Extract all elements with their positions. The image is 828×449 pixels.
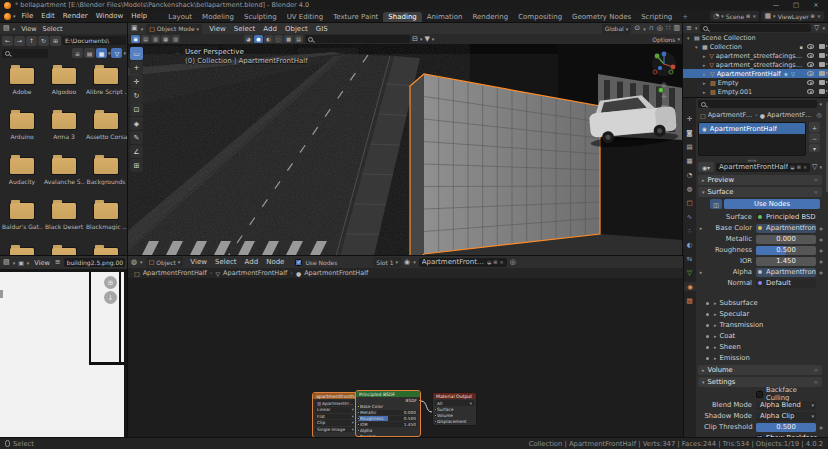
disable-in-renders-camera-icon[interactable]	[819, 53, 825, 58]
folder-item[interactable]: Baldur's Gat...	[1, 198, 43, 243]
menu-view[interactable]: View	[186, 257, 211, 267]
folder-item[interactable]: Arduino	[1, 108, 43, 153]
thumbnail-display-button[interactable]: ▦	[96, 48, 107, 58]
mode-selector[interactable]: □ Object Mode ▾	[146, 24, 202, 34]
properties-tab-modifiers[interactable]: ∿	[683, 212, 696, 221]
backface-culling-checkbox[interactable]: Backface Culling	[756, 386, 818, 402]
search-input[interactable]	[2, 49, 48, 58]
menu-select[interactable]: Select	[211, 257, 241, 267]
folder-item[interactable]: Backgrounds	[85, 153, 127, 198]
properties-tab-constraints[interactable]: ⇆	[683, 254, 696, 263]
base-color-input[interactable]: Apartmentfronthalf.p...	[756, 224, 816, 233]
blender-menu-icon[interactable]	[4, 13, 11, 20]
slot-selector[interactable]: Slot 1 ▾	[373, 257, 401, 267]
remove-view-layer-icon[interactable]: ×	[817, 14, 821, 19]
decorator-dot[interactable]: ●	[818, 248, 824, 253]
expand-arrow-icon[interactable]: ▸	[703, 53, 707, 59]
node-image-selector[interactable]: ▨ ApartmentFront...	[315, 400, 356, 406]
menu-object[interactable]: Object	[281, 24, 312, 34]
shader-type-selector[interactable]: □ Object ▾	[146, 257, 184, 267]
bsdf-input-roughness[interactable]: Roughness0.500	[358, 416, 418, 421]
hide-in-viewport-eye-icon[interactable]	[807, 80, 814, 85]
image-node-option-clip[interactable]: Clip▾	[315, 420, 356, 426]
hamburger-menu-icon[interactable]: ≡	[55, 259, 61, 266]
preview-panel-header[interactable]: ▸Preview≡	[698, 175, 822, 185]
selected-building-side-face[interactable]	[410, 74, 424, 256]
output-node-title[interactable]: Material Output	[433, 393, 476, 399]
collapsed-section-transmission[interactable]: ▸Transmission	[698, 320, 824, 330]
add-primitive-tool[interactable]: ⊞	[130, 159, 143, 172]
maximize-button[interactable]: □	[788, 1, 804, 9]
node-canvas[interactable]: apartmentfronthalf.png ▨ ApartmentFront.…	[128, 278, 683, 437]
properties-tab-scene[interactable]: ◔	[683, 170, 696, 179]
file-browser-editor-icon[interactable]: ▨	[3, 25, 10, 32]
folder-item[interactable]: Assetto Corsa	[85, 108, 127, 153]
decorator-dot[interactable]: ●	[818, 259, 824, 264]
expand-arrow-icon[interactable]: ▾	[695, 44, 700, 50]
properties-tab-render[interactable]: ◙	[683, 128, 696, 137]
properties-tab-data[interactable]: ▽	[683, 268, 696, 277]
decorator-dot[interactable]: ●	[818, 226, 824, 231]
blend-mode-select[interactable]: Alpha Blend▾	[756, 401, 816, 410]
snap-toggle-icon[interactable]: ▣	[131, 35, 140, 43]
breadcrumb-item[interactable]: ApartmentFrontHalf	[143, 269, 207, 277]
menu-window[interactable]: Window	[92, 11, 128, 21]
annotate-tool[interactable]: ✎	[130, 131, 143, 144]
menu-add[interactable]: Add	[241, 257, 263, 267]
transform-orientation-selector[interactable]: Global ▾	[602, 24, 632, 34]
view-layer-selector[interactable]: ▦▾ ViewLayer ⊞ ×	[761, 11, 824, 21]
disable-in-renders-camera-icon[interactable]	[819, 89, 825, 94]
pin-icon[interactable]: ◎	[510, 259, 516, 266]
menu-node[interactable]: Node	[262, 257, 288, 267]
properties-tab-world[interactable]: ◍	[683, 184, 696, 193]
menu-view[interactable]: View	[32, 259, 51, 267]
folder-item[interactable]: Alibre Script ...	[85, 63, 127, 108]
volume-panel-header[interactable]: ▸Volume≡	[698, 365, 822, 375]
outliner-row-apartmentfronthalf[interactable]: ▸▽ApartmentFrontHalf◈▽	[683, 69, 828, 78]
workspace-tab-compositing[interactable]: Compositing	[513, 12, 567, 22]
pan-hand-gizmo-icon[interactable]: ✛	[661, 93, 667, 101]
move-tool[interactable]: ✛	[130, 75, 143, 88]
overlay-c-icon[interactable]: ▦	[161, 35, 170, 43]
new-folder-button[interactable]: ⊞	[50, 36, 61, 46]
shadow-mode-select[interactable]: Alpha Clip▾	[756, 412, 816, 421]
folder-item[interactable]: Blackmagic ...	[85, 198, 127, 243]
material-output-node[interactable]: Material Output All ▾ SurfaceVolumeDispl…	[432, 392, 477, 426]
up-button[interactable]: ↑	[26, 36, 37, 46]
camera-view-gizmo-icon[interactable]: ◙	[661, 105, 668, 113]
metallic-slider[interactable]: 0.000	[756, 235, 816, 244]
properties-tab-texture[interactable]: ▨	[683, 296, 696, 305]
use-nodes-button[interactable]: Use Nodes	[724, 199, 820, 209]
decorator-dot[interactable]: ●	[818, 237, 824, 242]
properties-tab-output[interactable]: ▤	[683, 142, 696, 151]
collapsed-section-subsurface[interactable]: ▸Subsurface	[698, 298, 824, 308]
exclude-checkbox-icon[interactable]: ▪	[800, 44, 803, 50]
decorator-dot[interactable]: ●	[818, 270, 824, 275]
use-nodes-toggle[interactable]: Use Nodes	[295, 259, 337, 266]
roughness-slider[interactable]: 0.500	[756, 246, 816, 255]
outliner-filter-icon[interactable]: ▽	[814, 25, 819, 32]
checkbox-icon[interactable]	[756, 391, 763, 398]
rotate-tool[interactable]: ↻	[130, 89, 143, 102]
menu-select[interactable]: Select	[230, 24, 260, 34]
hide-in-viewport-eye-icon[interactable]	[807, 62, 814, 67]
add-slot-button[interactable]: +	[809, 122, 820, 132]
clip-threshold-slider[interactable]: 0.500	[756, 423, 816, 432]
expand-arrow-icon[interactable]: ▸	[703, 62, 707, 68]
collapsed-section-emission[interactable]: ▸Emission	[698, 353, 824, 363]
output-input-volume[interactable]: Volume	[435, 413, 474, 418]
new-material-icon[interactable]: ⊞	[493, 259, 497, 265]
bsdf-input-ior[interactable]: IOR1.450	[358, 422, 418, 427]
image-node-option-flat[interactable]: Flat▾	[315, 414, 356, 420]
properties-tab-object[interactable]: □	[683, 198, 696, 207]
unlink-scene-icon[interactable]: ×	[752, 14, 756, 19]
menu-select[interactable]: Select	[40, 25, 66, 33]
outliner-display-mode-icon[interactable]: ≡	[686, 25, 692, 32]
new-material-icon[interactable]: ⊞	[797, 164, 801, 170]
zoom-gizmo-icon[interactable]: ⊕	[661, 81, 667, 89]
expand-arrow-icon[interactable]: ▸	[703, 89, 708, 95]
workspace-tab-uv-editing[interactable]: UV Editing	[282, 12, 329, 22]
properties-tab-physics[interactable]: ◐	[683, 240, 696, 249]
folder-item[interactable]: Algodoo	[43, 63, 85, 108]
fake-user-shield-icon[interactable]: ◒	[790, 164, 794, 170]
